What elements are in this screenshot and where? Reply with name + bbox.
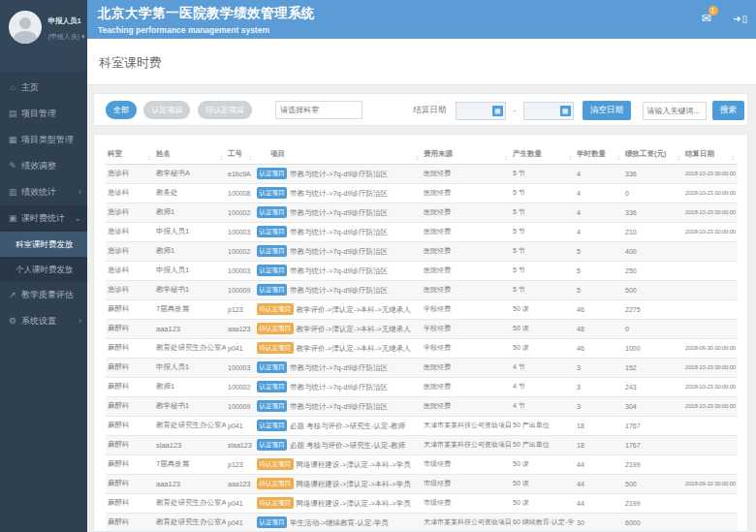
sort-icon[interactable]: ↕ xyxy=(617,154,621,161)
cell-date: 2018-10-23 00:00:00 xyxy=(683,164,738,183)
cell-source: 医院经费 xyxy=(422,261,511,280)
sort-icon[interactable]: ↕ xyxy=(220,154,224,161)
sort-icon[interactable]: ↕ xyxy=(505,154,509,161)
user-panel[interactable]: 申报人员1 (申报人员) ▾ xyxy=(0,0,87,72)
fee-table: 科室↕姓名↕工号↕项目↕费用来源↕产生数量↕学时数量↕绩效工资(元)↕结算日期↕… xyxy=(106,146,738,532)
user-role[interactable]: (申报人员) ▾ xyxy=(47,32,84,42)
project-type-badge[interactable]: 认定项目 xyxy=(257,187,287,199)
project-type-badge[interactable]: 认定项目 xyxy=(257,206,287,218)
column-header[interactable]: 工号↕ xyxy=(226,146,255,164)
sort-icon[interactable]: ↕ xyxy=(416,154,420,161)
project-type-badge[interactable]: 待认定项目 xyxy=(257,497,294,509)
sidebar-item-personal-fee[interactable]: 个人课时费发放 xyxy=(0,257,87,282)
sidebar-item-perf-adjust[interactable]: ✎绩效调整 xyxy=(0,153,87,179)
table-row: 急诊科申报人员1100003认定项目带教与统计->7q-d9诊疗防治区医院经费5… xyxy=(106,261,738,280)
keyword-input[interactable] xyxy=(643,102,707,120)
cell-id: 100008 xyxy=(226,183,255,203)
sidebar-item-fee-stats[interactable]: ▣课时费统计⌄ xyxy=(0,205,87,232)
cell-project: 认定项目学生活动->继续教育-认定-学员 xyxy=(255,513,422,532)
date-start-input[interactable]: ▦ xyxy=(456,102,506,120)
project-type-badge[interactable]: 认定项目 xyxy=(257,420,287,431)
clear-date-button[interactable]: 清空日期 xyxy=(583,101,631,120)
edit-icon: ✎ xyxy=(8,153,17,179)
project-type-badge[interactable]: 待认定项目 xyxy=(257,478,294,489)
dept-select-input[interactable] xyxy=(275,101,362,119)
search-button[interactable]: 搜索 xyxy=(712,101,744,120)
cell-salary: 1000 xyxy=(623,338,683,358)
cell-source: 医院经费 xyxy=(422,377,511,396)
cell-id: 100009 xyxy=(226,280,255,299)
project-type-badge[interactable]: 待认定项目 xyxy=(257,458,294,470)
cell-hours: 5 xyxy=(575,280,623,299)
column-header[interactable]: 项目↕ xyxy=(255,146,422,164)
logout-icon[interactable]: ➜▯ xyxy=(733,14,748,24)
project-type-badge[interactable]: 认定项目 xyxy=(257,400,287,412)
table-row: 急诊科教师1100002认定项目带教与统计->7q-d9诊疗防治区医院经费5 节… xyxy=(106,241,738,261)
sidebar-item-home[interactable]: ⌂主页 xyxy=(0,75,87,101)
column-header[interactable]: 科室↕ xyxy=(106,146,154,164)
cell-name: 教育处研究生办公室A xyxy=(154,416,226,435)
cell-qty: 5 节 xyxy=(511,164,575,183)
column-header[interactable]: 费用来源↕ xyxy=(422,146,511,164)
column-header[interactable]: 结算日期↕ xyxy=(683,146,738,164)
column-header[interactable]: 绩效工资(元)↕ xyxy=(623,146,683,164)
cell-project: 认定项目带教与统计->7q-d9诊疗防治区 xyxy=(255,377,422,396)
project-type-badge[interactable]: 认定项目 xyxy=(257,284,287,296)
table-row: 麻醉科7届典改展p123待认定项目网络课程建设->津认定->本科->学员市级经费… xyxy=(106,454,738,474)
sort-icon[interactable]: ↕ xyxy=(677,154,681,161)
project-type-badge[interactable]: 待认定项目 xyxy=(257,323,294,334)
cell-date xyxy=(683,261,738,280)
cell-salary: 0 xyxy=(623,319,683,338)
project-type-badge[interactable]: 认定项目 xyxy=(257,265,287,276)
sidebar-item-dept-fee[interactable]: 科室课时费发放 xyxy=(0,232,87,257)
project-type-badge[interactable]: 认定项目 xyxy=(257,361,287,373)
sort-icon[interactable]: ↕ xyxy=(732,154,736,161)
sidebar-item-project-mgmt[interactable]: ▤项目管理 xyxy=(0,101,87,127)
sidebar-item-perf-stats[interactable]: ▥绩效统计› xyxy=(0,179,87,205)
chevron-down-icon: ⌄ xyxy=(74,205,81,232)
column-header[interactable]: 产生数量↕ xyxy=(511,146,575,164)
sidebar-group-fee-stats: ▣课时费统计⌄ 科室课时费发放 个人课时费发放 xyxy=(0,205,87,282)
cell-qty: 5 节 xyxy=(511,222,575,241)
grid-icon: ▦ xyxy=(8,127,17,153)
cell-qty: 5 节 xyxy=(511,203,575,222)
sort-icon[interactable]: ↕ xyxy=(249,154,253,161)
cell-qty: 5 节 xyxy=(511,261,575,280)
message-icon[interactable]: ✉1 xyxy=(702,12,711,25)
table-header-row: 科室↕姓名↕工号↕项目↕费用来源↕产生数量↕学时数量↕绩效工资(元)↕结算日期↕ xyxy=(106,146,738,164)
cell-dept: 急诊科 xyxy=(106,241,154,261)
project-type-badge[interactable]: 待认定项目 xyxy=(257,342,294,354)
sidebar-item-quality-eval[interactable]: ↗教学质量评估 xyxy=(0,282,87,308)
project-type-badge[interactable]: 认定项目 xyxy=(257,516,287,528)
cell-name: 申报人员1 xyxy=(154,358,226,377)
cell-hours: 4 xyxy=(575,164,623,183)
cell-source: 市级经费 xyxy=(422,454,511,474)
sidebar-item-settings[interactable]: ⚙系统设置› xyxy=(0,308,87,334)
column-header[interactable]: 姓名↕ xyxy=(154,146,226,164)
cell-source: 医院经费 xyxy=(422,222,511,241)
cell-id: aaa123 xyxy=(226,474,255,493)
calendar-icon[interactable]: ▦ xyxy=(492,106,503,116)
date-end-input[interactable]: ▦ xyxy=(523,102,574,120)
filter-pill-confirmed[interactable]: 认定项目 xyxy=(143,101,190,119)
table-row: 急诊科教学秘书1100009认定项目带教与统计->7q-d9诊疗防治区医院经费5… xyxy=(106,280,738,299)
project-type-badge[interactable]: 认定项目 xyxy=(257,168,287,179)
cell-dept: 麻醉科 xyxy=(106,513,154,532)
calendar-icon[interactable]: ▦ xyxy=(560,106,571,116)
sidebar-item-project-type[interactable]: ▦项目类型管理 xyxy=(0,127,87,153)
cell-qty: 5 节 xyxy=(511,183,575,203)
project-type-badge[interactable]: 待认定项目 xyxy=(257,303,294,315)
project-type-badge[interactable]: 认定项目 xyxy=(257,439,287,451)
filter-pill-all[interactable]: 全部 xyxy=(106,101,137,119)
filter-pill-pending[interactable]: 待认定项目 xyxy=(198,101,252,119)
cell-project: 待认定项目教学评价->津认定->本科->无继承人 xyxy=(255,299,422,319)
cell-salary: 2199 xyxy=(623,493,683,513)
sort-icon[interactable]: ↕ xyxy=(148,154,152,161)
project-type-badge[interactable]: 认定项目 xyxy=(257,381,287,392)
table-row: 麻醉科教育处研究生办公室Ap041待认定项目教学评价->津认定->本科->无继承… xyxy=(106,338,738,358)
project-type-badge[interactable]: 认定项目 xyxy=(257,226,287,237)
cell-salary: 1767 xyxy=(623,435,683,454)
column-header[interactable]: 学时数量↕ xyxy=(575,146,623,164)
sort-icon[interactable]: ↕ xyxy=(569,154,573,161)
project-type-badge[interactable]: 认定项目 xyxy=(257,245,287,257)
